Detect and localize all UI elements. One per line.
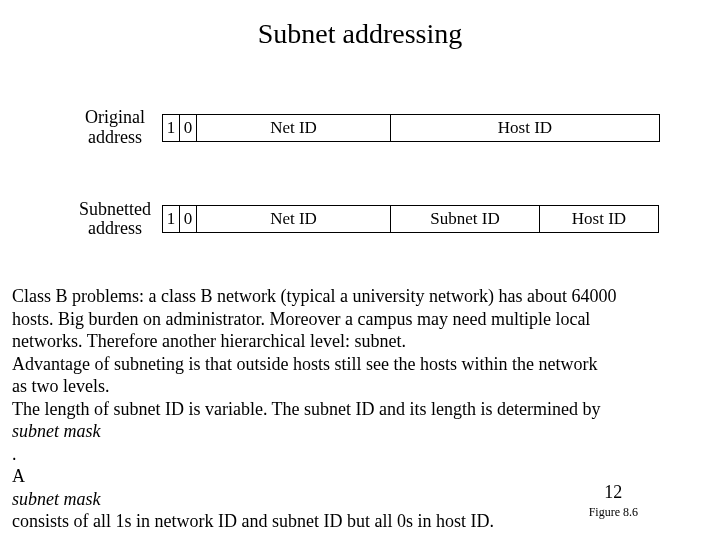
address-diagrams: Original address 1 0 Net ID Host ID Subn… <box>70 108 690 291</box>
class-bit-0: 0 <box>179 205 197 233</box>
class-bit-1: 1 <box>162 205 180 233</box>
class-bit-1: 1 <box>162 114 180 142</box>
host-id-field: Host ID <box>390 114 660 142</box>
subnetted-address-bar: 1 0 Net ID Subnet ID Host ID <box>162 205 659 233</box>
original-address-bar: 1 0 Net ID Host ID <box>162 114 660 142</box>
body-line: Class B problems: a class B network (typ… <box>12 285 712 308</box>
class-bit-0: 0 <box>179 114 197 142</box>
subnet-id-field: Subnet ID <box>390 205 540 233</box>
body-line: hosts. Big burden on administrator. More… <box>12 308 712 331</box>
page-title: Subnet addressing <box>0 18 720 50</box>
host-id-field: Host ID <box>539 205 659 233</box>
italic-term: subnet mask <box>12 420 712 443</box>
label-line: address <box>88 127 142 147</box>
label-line: Subnetted <box>79 199 151 219</box>
body-line: Advantage of subneting is that outside h… <box>12 353 712 376</box>
label-line: Original <box>85 107 145 127</box>
original-address-label: Original address <box>70 108 160 148</box>
page-number: 12 <box>589 482 638 503</box>
net-id-field: Net ID <box>196 205 391 233</box>
figure-reference: Figure 8.6 <box>589 505 638 520</box>
footer: 12 Figure 8.6 <box>589 482 638 520</box>
text: . <box>12 443 712 466</box>
net-id-field: Net ID <box>196 114 391 142</box>
original-address-row: Original address 1 0 Net ID Host ID <box>70 108 690 148</box>
body-line: networks. Therefore another hierarchical… <box>12 330 712 353</box>
body-line: as two levels. <box>12 375 712 398</box>
subnetted-address-label: Subnetted address <box>70 200 160 240</box>
subnetted-address-row: Subnetted address 1 0 Net ID Subnet ID H… <box>70 200 690 240</box>
body-line: The length of subnet ID is variable. The… <box>12 398 712 421</box>
body-line: subnet mask. <box>12 420 712 465</box>
label-line: address <box>88 218 142 238</box>
